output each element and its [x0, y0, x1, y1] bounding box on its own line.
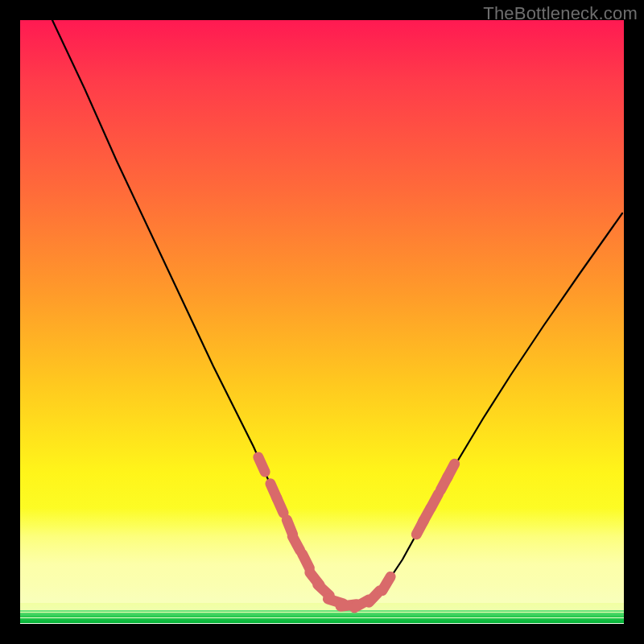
chart-frame: TheBottleneck.com [0, 0, 644, 644]
bead [382, 576, 390, 590]
bead [303, 554, 310, 568]
highlight-beads [258, 457, 455, 608]
bottleneck-curve [52, 20, 622, 606]
bead [277, 498, 283, 513]
bead [292, 536, 300, 551]
curve-svg [20, 20, 624, 624]
bead [258, 457, 265, 472]
bead [431, 493, 439, 508]
bead [447, 464, 454, 478]
plot-area [20, 20, 624, 624]
